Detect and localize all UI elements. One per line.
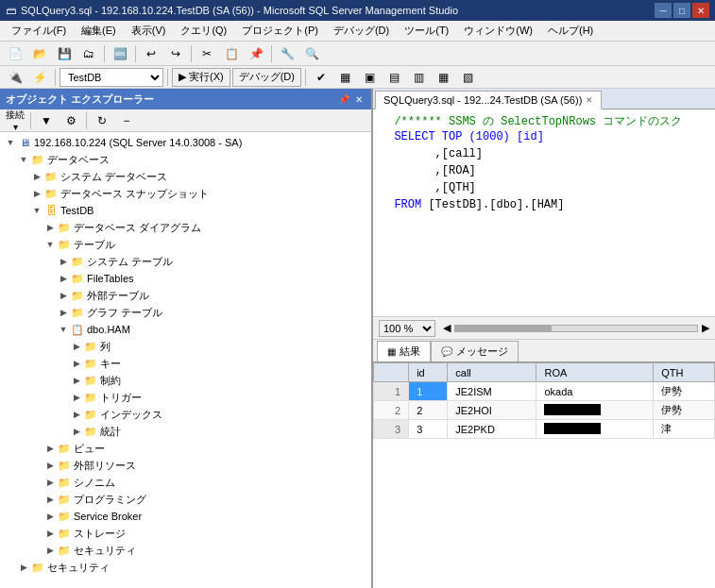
- tree-node[interactable]: ▶📁Service Broker: [0, 508, 371, 525]
- expand-icon[interactable]: ▼: [17, 153, 30, 166]
- tree-node[interactable]: ▶📁ビュー: [0, 440, 371, 457]
- tree-node[interactable]: ▶📁インデックス: [0, 406, 371, 423]
- new-query-button[interactable]: 🔤: [109, 43, 131, 64]
- grid-btn5[interactable]: ▦: [433, 67, 455, 88]
- new-file-button[interactable]: 📄: [4, 43, 26, 64]
- tree-node[interactable]: ▶📁グラフ テーブル: [0, 304, 371, 321]
- connect-button[interactable]: 🔌: [4, 67, 26, 88]
- disconnect-button[interactable]: ⚡: [28, 67, 51, 88]
- oe-refresh-button[interactable]: ↻: [91, 110, 113, 131]
- tree-node[interactable]: ▶📁セキュリティ: [0, 559, 371, 576]
- oe-close-button[interactable]: ✕: [352, 92, 366, 106]
- check-button[interactable]: ✔: [310, 67, 332, 88]
- paste-button[interactable]: 📌: [245, 43, 267, 64]
- expand-icon[interactable]: ▶: [43, 527, 57, 540]
- oe-pin-button[interactable]: 📌: [337, 92, 350, 106]
- tree-node[interactable]: ▶📁データベース ダイアグラム: [0, 219, 371, 236]
- menu-window[interactable]: ウィンドウ(W): [456, 22, 540, 40]
- results-tab-results[interactable]: ▦ 結果: [377, 341, 431, 361]
- expand-icon[interactable]: ▶: [43, 221, 57, 234]
- oe-collapse-button[interactable]: −: [115, 110, 138, 131]
- expand-icon[interactable]: ▶: [70, 408, 83, 421]
- tree-node[interactable]: ▶📁制約: [0, 372, 371, 389]
- menu-tools[interactable]: ツール(T): [397, 22, 456, 40]
- table-row[interactable]: 11JE2ISMokada伊勢: [374, 382, 715, 401]
- close-button[interactable]: ✕: [692, 3, 709, 18]
- grid-btn6[interactable]: ▧: [457, 67, 480, 88]
- expand-icon[interactable]: ▶: [57, 306, 70, 319]
- debug-button[interactable]: デバッグ(D): [232, 68, 301, 87]
- expand-icon[interactable]: ▶: [43, 476, 57, 489]
- menu-help[interactable]: ヘルプ(H): [540, 22, 601, 40]
- expand-icon[interactable]: ▶: [17, 561, 30, 574]
- grid-btn3[interactable]: ▤: [383, 67, 406, 88]
- tree-node[interactable]: ▶📁外部リソース: [0, 457, 371, 474]
- expand-icon[interactable]: ▶: [57, 272, 70, 285]
- misc-btn2[interactable]: 🔍: [300, 43, 323, 64]
- oe-connect-button[interactable]: 接続▾: [4, 110, 26, 131]
- open-button[interactable]: 📂: [28, 43, 51, 64]
- tree-node[interactable]: ▶📁シノニム: [0, 474, 371, 491]
- sql-tab-close[interactable]: ✕: [586, 95, 593, 105]
- tree-node[interactable]: ▶📁列: [0, 338, 371, 355]
- tree-node[interactable]: ▶📁データベース スナップショット: [0, 185, 371, 202]
- tree-node[interactable]: ▼📁テーブル: [0, 236, 371, 253]
- tree-node[interactable]: ▶📁セキュリティ: [0, 542, 371, 559]
- expand-icon[interactable]: ▶: [43, 493, 57, 506]
- expand-icon[interactable]: ▶: [43, 544, 57, 557]
- table-row[interactable]: 22JE2HOI伊勢: [374, 401, 715, 420]
- tree-node[interactable]: ▶📁ストレージ: [0, 525, 371, 542]
- menu-edit[interactable]: 編集(E): [74, 22, 124, 40]
- tree-node[interactable]: ▶📁統計: [0, 423, 371, 440]
- expand-icon[interactable]: ▼: [4, 136, 17, 149]
- oe-filter2-button[interactable]: ⚙: [60, 110, 82, 131]
- grid-btn4[interactable]: ▥: [408, 67, 431, 88]
- expand-icon[interactable]: ▶: [43, 442, 57, 455]
- tree-node[interactable]: ▶📁システム テーブル: [0, 253, 371, 270]
- menu-project[interactable]: プロジェクト(P): [234, 22, 326, 40]
- maximize-button[interactable]: □: [673, 3, 690, 18]
- scrollbar-track[interactable]: [454, 325, 698, 332]
- expand-icon[interactable]: ▶: [30, 187, 43, 200]
- scroll-left[interactable]: ◀: [443, 322, 451, 334]
- undo-button[interactable]: ↩: [140, 43, 162, 64]
- cut-button[interactable]: ✂: [196, 43, 218, 64]
- zoom-selector[interactable]: 100 %: [379, 320, 435, 337]
- expand-icon[interactable]: ▶: [70, 425, 83, 438]
- tree-node[interactable]: ▼📋dbo.HAM: [0, 321, 371, 338]
- copy-button[interactable]: 📋: [220, 43, 243, 64]
- misc-btn1[interactable]: 🔧: [276, 43, 298, 64]
- expand-icon[interactable]: ▼: [43, 238, 57, 251]
- tree-node[interactable]: ▶📁キー: [0, 355, 371, 372]
- expand-icon[interactable]: ▶: [70, 374, 83, 387]
- database-selector[interactable]: TestDB: [60, 68, 163, 87]
- sql-tab[interactable]: SQLQuery3.sql - 192...24.TestDB (SA (56)…: [375, 91, 602, 109]
- tree-node[interactable]: ▼🗄TestDB: [0, 202, 371, 219]
- tree-node[interactable]: ▼📁データベース: [0, 151, 371, 168]
- expand-icon[interactable]: ▶: [43, 459, 57, 472]
- minimize-button[interactable]: ─: [655, 3, 672, 18]
- expand-icon[interactable]: ▶: [30, 170, 43, 183]
- table-row[interactable]: 33JE2PKD津: [374, 420, 715, 439]
- menu-view[interactable]: 表示(V): [124, 22, 174, 40]
- tree-node[interactable]: ▶📁外部テーブル: [0, 287, 371, 304]
- save-button[interactable]: 💾: [53, 43, 76, 64]
- menu-file[interactable]: ファイル(F): [4, 22, 74, 40]
- tree-node[interactable]: ▶📁トリガー: [0, 389, 371, 406]
- execute-button[interactable]: ▶ 実行(X): [172, 68, 230, 87]
- menu-debug[interactable]: デバッグ(D): [326, 22, 397, 40]
- redo-button[interactable]: ↪: [164, 43, 187, 64]
- results-tab-messages[interactable]: 💬 メッセージ: [431, 341, 519, 361]
- window-controls[interactable]: ─ □ ✕: [655, 3, 709, 18]
- tree-node[interactable]: ▼🖥192.168.10.224 (SQL Server 14.0.3008 -…: [0, 134, 371, 151]
- grid-btn2[interactable]: ▣: [359, 67, 382, 88]
- expand-icon[interactable]: ▶: [57, 289, 70, 302]
- expand-icon[interactable]: ▶: [57, 255, 70, 268]
- expand-icon[interactable]: ▶: [43, 510, 57, 523]
- oe-header-buttons[interactable]: 📌 ✕: [337, 92, 366, 106]
- menu-query[interactable]: クエリ(Q): [173, 22, 234, 40]
- results-table-wrapper[interactable]: id call ROA QTH 11JE2ISMokada伊勢22JE2HOI伊…: [373, 362, 715, 588]
- scroll-right[interactable]: ▶: [702, 322, 709, 334]
- sql-editor[interactable]: /****** SSMS の SelectTopNRows コマンドのスク SE…: [373, 109, 715, 317]
- expand-icon[interactable]: ▼: [30, 204, 43, 217]
